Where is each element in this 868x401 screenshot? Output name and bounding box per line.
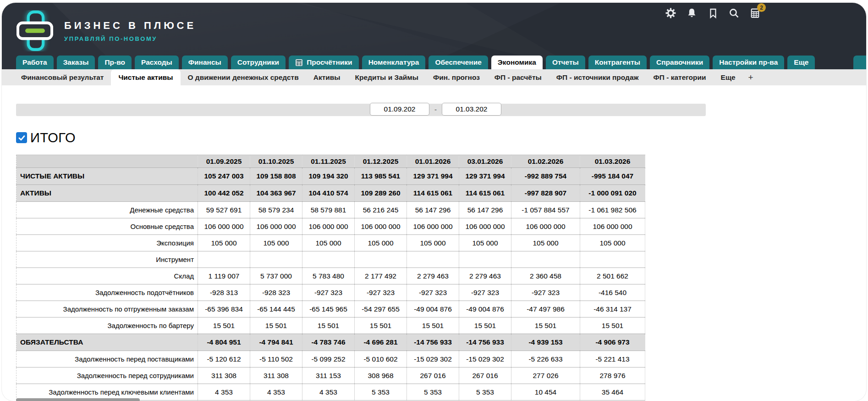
table-row: Задолженность по отгруженным заказам-65 …: [16, 301, 645, 317]
date-column-header: 03.01.2026: [459, 155, 511, 168]
report-subtab[interactable]: Еще: [714, 69, 743, 85]
main-tab[interactable]: Сотрудники: [231, 56, 286, 69]
report-subtab[interactable]: ФП - источники продаж: [549, 69, 646, 85]
value-cell: 277 026: [511, 368, 580, 384]
main-tab-label: Просчётники: [307, 58, 352, 67]
value-cell: 114 615 061: [407, 185, 459, 202]
value-cell: 106 000 000: [198, 218, 250, 235]
date-to-input[interactable]: [442, 103, 501, 116]
value-cell: 58 579 234: [250, 202, 302, 218]
date-from-input[interactable]: [370, 103, 429, 116]
value-cell: 106 000 000: [459, 218, 511, 235]
value-cell: 15 501: [407, 317, 459, 334]
value-cell: 106 000 000: [302, 218, 355, 235]
report-subtab[interactable]: Активы: [306, 69, 348, 85]
value-cell: -927 323: [407, 284, 459, 301]
main-tab[interactable]: Обеспечение: [429, 56, 488, 69]
value-cell: 105 000: [407, 235, 459, 251]
value-cell: 2 360 458: [511, 268, 580, 284]
row-label: Денежные средства: [16, 202, 198, 218]
value-cell: -4 794 841: [250, 334, 302, 351]
value-cell: -49 004 876: [459, 301, 511, 317]
main-tab[interactable]: Заказы: [57, 56, 95, 69]
table-row: Задолженность перед сотрудниками311 3083…: [16, 368, 645, 384]
totals-checkbox[interactable]: [16, 132, 27, 143]
table-row: Основные средства106 000 000106 000 0001…: [16, 218, 645, 235]
value-cell: 105 000: [355, 235, 407, 251]
main-tab[interactable]: Экономика: [491, 56, 543, 69]
main-tab-cutoff[interactable]: [853, 56, 866, 69]
main-tab-label: Контрагенты: [595, 58, 640, 67]
main-tab[interactable]: Контрагенты: [588, 56, 647, 69]
search-icon[interactable]: [728, 7, 740, 19]
totals-label: ИТОГО: [30, 130, 76, 145]
report-subtab[interactable]: ФП - расчёты: [487, 69, 549, 85]
bookmark-icon[interactable]: [707, 7, 719, 19]
date-column-header: 01.11.2025: [302, 155, 355, 168]
value-cell: -928 313: [198, 284, 250, 301]
notifications-bell-icon[interactable]: [686, 7, 698, 19]
main-tab-bar: РаботаЗаказыПр-воРасходыФинансыСотрудник…: [16, 56, 866, 69]
value-cell: 106 000 000: [355, 218, 407, 235]
value-cell: 5 353: [355, 384, 407, 401]
date-column-header: 01.10.2025: [250, 155, 302, 168]
value-cell: 56 216 245: [355, 202, 407, 218]
report-subtab[interactable]: Кредиты и Займы: [348, 69, 426, 85]
main-tab[interactable]: Номенклатура: [362, 56, 426, 69]
main-tab-label: Сотрудники: [237, 58, 279, 67]
checkmark-icon: [17, 134, 26, 142]
value-cell: [580, 251, 645, 268]
value-cell: 267 016: [459, 368, 511, 384]
value-cell: 129 371 994: [459, 168, 511, 185]
row-label: Задолженность перед поставщиками: [16, 351, 198, 368]
table-header: 01.09.202501.10.202501.11.202501.12.2025…: [16, 155, 645, 168]
main-tab-label: Финансы: [188, 58, 221, 67]
brand-block: БИЗНЕС В ПЛЮСЕ УПРАВЛЯЙ ПО-НОВОМУ: [16, 10, 196, 51]
table-row: Задолженность по бартеру15 50115 50115 5…: [16, 317, 645, 334]
value-cell: [355, 251, 407, 268]
report-subtab[interactable]: ФП - категории: [646, 69, 714, 85]
value-cell: 5 737 000: [250, 268, 302, 284]
value-cell: 104 363 967: [250, 185, 302, 202]
main-tab[interactable]: Справочники: [650, 56, 709, 69]
net-assets-table: 01.09.202501.10.202501.11.202501.12.2025…: [16, 155, 645, 401]
main-tab[interactable]: Расходы: [135, 56, 179, 69]
value-cell: -5 099 252: [302, 351, 355, 368]
row-label: Задолженность перед сотрудниками: [16, 368, 198, 384]
add-subtab-button[interactable]: +: [743, 69, 759, 85]
value-cell: -927 323: [355, 284, 407, 301]
main-tab[interactable]: Настройки пр-ва: [713, 56, 784, 69]
report-subtab[interactable]: Фин. прогноз: [426, 69, 487, 85]
filter-bar: -: [16, 104, 706, 116]
value-cell: 129 371 994: [407, 168, 459, 185]
value-cell: -47 497 986: [511, 301, 580, 317]
value-cell: -1 061 982 506: [580, 202, 645, 218]
brand-subtitle: УПРАВЛЯЙ ПО-НОВОМУ: [64, 35, 196, 42]
calculator-icon[interactable]: 2: [749, 7, 761, 19]
app-window: БИЗНЕС В ПЛЮСЕ УПРАВЛЯЙ ПО-НОВОМУ: [2, 3, 866, 401]
main-tab-label: Номенклатура: [368, 58, 419, 67]
main-tab[interactable]: Просчётники: [289, 56, 358, 69]
main-tab[interactable]: Отчеты: [546, 56, 585, 69]
main-tab[interactable]: Еще: [787, 56, 815, 69]
value-cell: 105 000: [302, 235, 355, 251]
app-header: БИЗНЕС В ПЛЮСЕ УПРАВЛЯЙ ПО-НОВОМУ: [2, 3, 866, 69]
report-subtab[interactable]: О движении денежных средств: [181, 69, 306, 85]
report-subtab[interactable]: Чистые активы: [111, 69, 180, 85]
value-cell: 15 501: [198, 317, 250, 334]
main-tab[interactable]: Финансы: [182, 56, 228, 69]
section-row: ОБЯЗАТЕЛЬСТВА-4 804 951-4 794 841-4 783 …: [16, 334, 645, 351]
value-cell: -15 029 302: [459, 351, 511, 368]
report-subtab[interactable]: Финансовый результат: [14, 69, 111, 85]
value-cell: 114 615 061: [459, 185, 511, 202]
main-tab[interactable]: Работа: [16, 56, 54, 69]
main-tab[interactable]: Пр-во: [98, 56, 132, 69]
main-tab-label: Настройки пр-ва: [719, 58, 778, 67]
value-cell: 109 289 260: [355, 185, 407, 202]
row-label: Основные средства: [16, 218, 198, 235]
value-cell: 278 976: [580, 368, 645, 384]
row-label: Задолженность по бартеру: [16, 317, 198, 334]
settings-icon[interactable]: [665, 7, 677, 19]
horizontal-scrollbar-thumb[interactable]: [16, 398, 140, 401]
value-cell: 311 308: [250, 368, 302, 384]
